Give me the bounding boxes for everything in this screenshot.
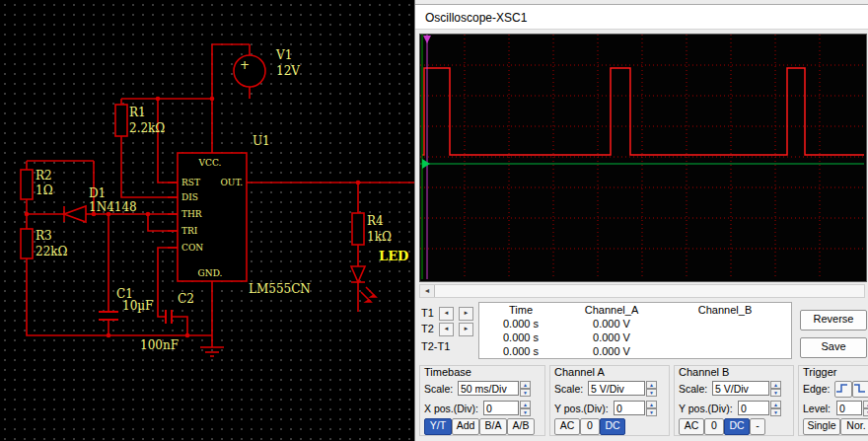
c1-value-label: 10µF bbox=[122, 299, 153, 313]
falling-edge-icon bbox=[853, 382, 867, 395]
cursor-t1-handle[interactable] bbox=[423, 36, 431, 43]
trigger-single-button[interactable]: Single bbox=[803, 418, 840, 435]
col-header-time: Time bbox=[479, 303, 562, 317]
channel-b-dc-button[interactable]: DC bbox=[724, 418, 750, 435]
t2-left-arrow-button[interactable]: ◄ bbox=[439, 323, 454, 336]
junction bbox=[146, 212, 151, 217]
channel-a-scale-stepper[interactable]: ▲▼ bbox=[646, 381, 657, 396]
channel-b-invert-button[interactable]: - bbox=[750, 418, 765, 435]
r3-value-label: 22kΩ bbox=[36, 245, 68, 258]
pin-tri-label: TRI bbox=[181, 226, 198, 236]
col-header-channel-b: Channel_B bbox=[661, 303, 789, 317]
timebase-group: Timebase Scale: ▲▼ X pos.(Div): ▲▼ Y/T A… bbox=[419, 365, 545, 436]
t2t1-cha-value: 0.000 V bbox=[562, 344, 661, 358]
cursor-row-t1: T1 ◄ ► bbox=[421, 306, 473, 320]
schematic-canvas: + bbox=[0, 0, 414, 441]
ba-mode-button[interactable]: B/A bbox=[479, 418, 507, 435]
t1-left-arrow-button[interactable]: ◄ bbox=[439, 307, 454, 321]
component-c1-capacitor[interactable] bbox=[99, 312, 118, 320]
component-c2-capacitor[interactable] bbox=[166, 310, 172, 324]
component-r1-resistor[interactable] bbox=[115, 105, 127, 136]
t2-chb-value bbox=[661, 331, 789, 344]
trigger-level-stepper[interactable]: ▲▼ bbox=[863, 401, 868, 415]
channel-a-title: Channel A bbox=[554, 366, 605, 378]
d1-value-label: 1N4148 bbox=[89, 200, 137, 214]
scope-controls: Timebase Scale: ▲▼ X pos.(Div): ▲▼ Y/T A… bbox=[415, 363, 868, 441]
channel-a-scale-input[interactable] bbox=[588, 381, 645, 396]
component-r4-resistor[interactable] bbox=[352, 213, 364, 245]
measurement-panel: T1 ◄ ► T2 ◄ ► T2-T1 Time Channel_A Chann… bbox=[419, 302, 865, 361]
oscilloscope-window: Oscilloscope-XSC1 ◄ bbox=[414, 0, 868, 441]
t2t1-time-value: 0.000 s bbox=[479, 344, 562, 358]
component-led[interactable] bbox=[351, 266, 376, 302]
r1-ref-label: R1 bbox=[129, 106, 146, 119]
component-d1-diode[interactable] bbox=[64, 206, 86, 222]
channel-b-scale-input[interactable] bbox=[712, 381, 769, 396]
junction bbox=[107, 333, 111, 338]
channel-b-ypos-input[interactable] bbox=[738, 401, 769, 415]
v1-ref-label: V1 bbox=[275, 48, 292, 62]
channel-b-zero-button[interactable]: 0 bbox=[704, 418, 724, 435]
rising-edge-button[interactable] bbox=[834, 381, 852, 398]
trigger-normal-button[interactable]: Nor. bbox=[840, 418, 868, 435]
pin-gnd-label: GND. bbox=[198, 268, 223, 278]
pin-vcc-label: VCC. bbox=[198, 158, 222, 168]
timebase-xpos-input[interactable] bbox=[483, 401, 519, 415]
t2-right-arrow-button[interactable]: ► bbox=[459, 323, 473, 336]
v1-plus-sign: + bbox=[240, 58, 250, 72]
reverse-button[interactable]: Reverse bbox=[800, 310, 867, 331]
t2t1-label: T2-T1 bbox=[421, 340, 450, 352]
channel-a-zero-button[interactable]: 0 bbox=[580, 418, 600, 435]
junction bbox=[210, 97, 215, 102]
t1-chb-value bbox=[661, 317, 789, 331]
t2t1-chb-value bbox=[661, 344, 789, 358]
rising-edge-icon bbox=[835, 382, 849, 395]
channel-a-dc-button[interactable]: DC bbox=[600, 418, 625, 435]
save-button[interactable]: Save bbox=[800, 337, 867, 358]
junction bbox=[356, 181, 361, 185]
r1-value-label: 2.2kΩ bbox=[129, 121, 165, 135]
component-v1-source[interactable]: + bbox=[234, 55, 265, 87]
channel-a-ypos-input[interactable] bbox=[614, 401, 645, 415]
channel-a-scale-label: Scale: bbox=[554, 383, 583, 395]
scroll-left-arrow[interactable]: ◄ bbox=[420, 285, 435, 297]
timebase-xpos-stepper[interactable]: ▲▼ bbox=[520, 401, 531, 415]
trigger-title: Trigger bbox=[803, 366, 836, 378]
channel-b-scale-stepper[interactable]: ▲▼ bbox=[770, 381, 781, 396]
scope-display bbox=[419, 34, 867, 282]
channel-b-ac-button[interactable]: AC bbox=[679, 418, 704, 435]
timebase-scale-label: Scale: bbox=[424, 383, 453, 395]
channel-b-ypos-stepper[interactable]: ▲▼ bbox=[770, 401, 781, 415]
trigger-level-input[interactable] bbox=[836, 401, 862, 415]
junction bbox=[25, 212, 30, 217]
component-r2-resistor[interactable] bbox=[21, 170, 33, 199]
channel-b-title: Channel B bbox=[679, 366, 729, 378]
timebase-scale-stepper[interactable]: ▲▼ bbox=[520, 381, 531, 396]
add-mode-button[interactable]: Add bbox=[452, 418, 479, 435]
falling-edge-button[interactable] bbox=[852, 381, 868, 398]
scope-scrollbar[interactable]: ◄ bbox=[419, 284, 865, 298]
pin-thr-label: THR bbox=[181, 209, 202, 219]
ab-mode-button[interactable]: A/B bbox=[507, 418, 535, 435]
window-title[interactable]: Oscilloscope-XSC1 bbox=[415, 4, 868, 30]
channel-a-ypos-label: Y pos.(Div): bbox=[554, 403, 609, 414]
t1-label: T1 bbox=[421, 307, 434, 319]
circuit-schematic: + bbox=[0, 0, 414, 441]
channel-b-group: Channel B Scale: ▲▼ Y pos.(Div): ▲▼ AC 0… bbox=[674, 365, 794, 436]
t2-cha-value: 0.000 V bbox=[562, 331, 661, 344]
yt-mode-button[interactable]: Y/T bbox=[424, 418, 452, 435]
cursor-row-t2-t1: T2-T1 bbox=[421, 339, 450, 353]
t1-right-arrow-button[interactable]: ► bbox=[459, 307, 473, 321]
channel-a-trace bbox=[422, 68, 864, 155]
component-u1-555-ic[interactable] bbox=[168, 153, 247, 281]
trigger-edge-label: Edge: bbox=[803, 383, 830, 395]
channel-a-ac-button[interactable]: AC bbox=[554, 418, 580, 435]
channel-a-ypos-stepper[interactable]: ▲▼ bbox=[646, 401, 657, 415]
timebase-scale-input[interactable] bbox=[458, 381, 519, 396]
led-ref-label: LED bbox=[379, 249, 408, 263]
channel-b-zero-marker[interactable] bbox=[422, 159, 430, 169]
component-r3-resistor[interactable] bbox=[21, 229, 33, 258]
channel-b-ypos-label: Y pos.(Div): bbox=[679, 403, 733, 414]
u1-ref-label: U1 bbox=[253, 134, 270, 148]
pin-rst-label: RST bbox=[181, 178, 200, 187]
